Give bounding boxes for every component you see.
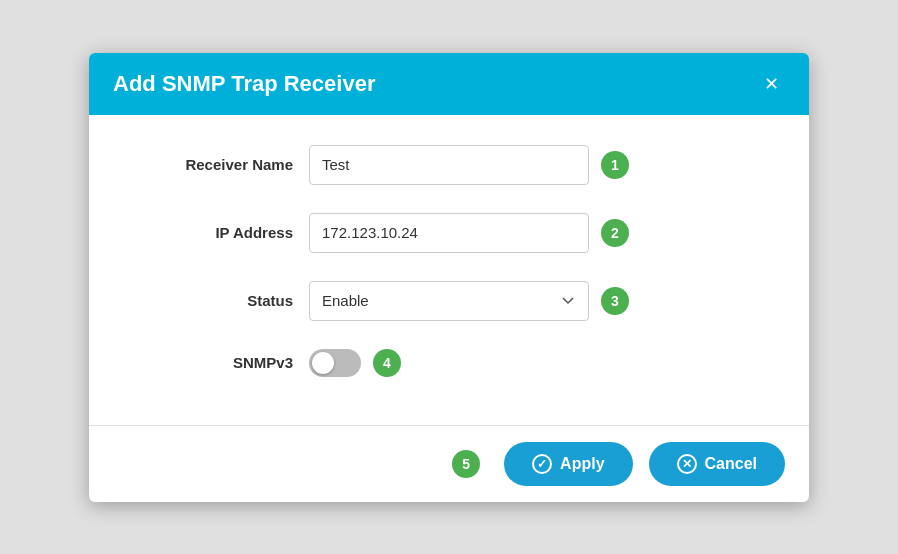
dialog-body: Receiver Name 1 IP Address 2 Status Enab… [89, 115, 809, 425]
cancel-label: Cancel [705, 455, 757, 473]
snmpv3-toggle[interactable] [309, 349, 361, 377]
toggle-thumb [312, 352, 334, 374]
dialog-footer: 5 ✓ Apply ✕ Cancel [89, 425, 809, 502]
step-badge-4: 4 [373, 349, 401, 377]
step-badge-5: 5 [452, 450, 480, 478]
snmpv3-label: SNMPv3 [149, 354, 309, 371]
ip-address-input[interactable] [309, 213, 589, 253]
status-select[interactable]: Enable Disable [309, 281, 589, 321]
apply-button[interactable]: ✓ Apply [504, 442, 632, 486]
step-badge-1: 1 [601, 151, 629, 179]
dialog-header: Add SNMP Trap Receiver ✕ [89, 53, 809, 115]
receiver-name-row: Receiver Name 1 [149, 145, 749, 185]
receiver-name-label: Receiver Name [149, 156, 309, 173]
cancel-button[interactable]: ✕ Cancel [649, 442, 785, 486]
apply-icon: ✓ [532, 454, 552, 474]
snmpv3-row: SNMPv3 4 [149, 349, 749, 377]
add-snmp-dialog: Add SNMP Trap Receiver ✕ Receiver Name 1… [89, 53, 809, 502]
receiver-name-input[interactable] [309, 145, 589, 185]
step-badge-2: 2 [601, 219, 629, 247]
snmpv3-toggle-wrapper [309, 349, 361, 377]
ip-address-label: IP Address [149, 224, 309, 241]
status-label: Status [149, 292, 309, 309]
status-row: Status Enable Disable 3 [149, 281, 749, 321]
apply-label: Apply [560, 455, 604, 473]
dialog-title: Add SNMP Trap Receiver [113, 71, 375, 97]
close-button[interactable]: ✕ [758, 73, 785, 95]
step-badge-3: 3 [601, 287, 629, 315]
ip-address-row: IP Address 2 [149, 213, 749, 253]
cancel-icon: ✕ [677, 454, 697, 474]
